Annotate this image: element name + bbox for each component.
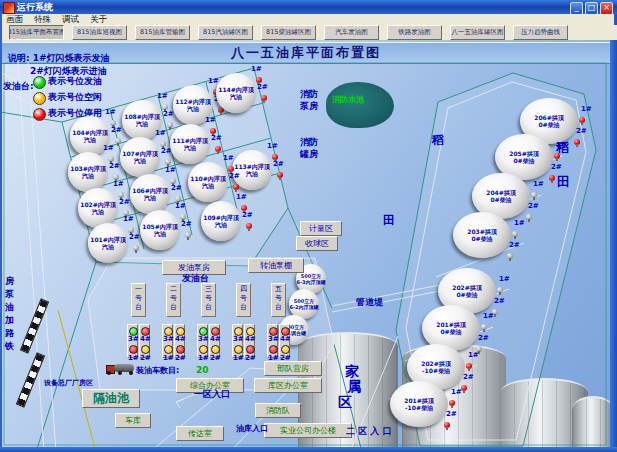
storage-tank-diesel[interactable]: 201#拱顶-10#柴油 — [390, 381, 448, 427]
tank-lamp-2-label: 2# — [171, 185, 182, 192]
map-text: 油 — [5, 303, 14, 312]
platform-lamp-label: 4# — [245, 336, 256, 343]
tank-id-label: 6-3内浮顶罐 — [296, 279, 325, 285]
tank-lamp-1-label: 1# — [155, 130, 166, 137]
storage-tank-gasoline[interactable]: 109#内浮顶汽油 — [201, 201, 241, 241]
menu-item-1[interactable]: 特殊 — [34, 14, 51, 26]
window-frame — [610, 0, 617, 452]
tank-id-label: 205#拱顶 — [509, 150, 539, 157]
tank-product-label: 0#柴油 — [513, 157, 534, 164]
toolbar-button-3[interactable]: 815汽油罐区图 — [198, 25, 253, 40]
platform-lamp — [141, 345, 150, 354]
toolbar-button-7[interactable]: 八一五油库罐区图 — [450, 25, 505, 40]
tank-product-label: 汽油 — [215, 221, 227, 228]
toolbar-button-5[interactable]: 汽车发油图 — [324, 25, 379, 40]
legend-station-label: 发油台: — [3, 80, 34, 93]
platform-lamp — [129, 345, 138, 354]
storage-tank-gasoline[interactable]: 102#内浮顶汽油 — [78, 188, 118, 228]
title-bar[interactable]: 运行系统 _ □ × — [0, 0, 617, 14]
legend-lamp-icon — [33, 76, 46, 89]
tank-lamp-1 — [449, 400, 455, 406]
legend-lamp-icon — [33, 92, 46, 105]
legend-lamp-icon — [33, 108, 46, 121]
window-title: 运行系统 — [17, 1, 53, 14]
tank-lamp-2 — [507, 253, 513, 259]
menu-item-2[interactable]: 调试 — [62, 14, 79, 26]
tank-product-label: 汽油 — [187, 105, 199, 112]
storage-tank-gasoline[interactable]: 111#内浮顶汽油 — [170, 124, 210, 164]
map-text: 田 — [383, 214, 395, 226]
tank-id-label: 106#内浮顶 — [132, 187, 168, 194]
tank-id-label: 114#内浮顶 — [218, 86, 254, 93]
tank-lamp-1-label: 1# — [267, 143, 278, 150]
map-text: 发油台 — [182, 274, 209, 283]
platform-column-4: 四号台 — [236, 283, 251, 317]
toolbar-button-1[interactable]: 815油库巡视图 — [72, 25, 127, 40]
platform-lamp-label: 3# — [128, 336, 139, 343]
storage-tank-gasoline[interactable]: 107#内浮顶汽油 — [120, 137, 160, 177]
map-text: 消防水池 — [332, 96, 364, 104]
storage-tank-gasoline[interactable]: 106#内浮顶汽油 — [130, 174, 170, 214]
window-frame — [0, 14, 2, 452]
tank-id-label: 6-2内浮顶罐 — [289, 304, 318, 310]
tank-lamp-2-label: 2# — [119, 199, 130, 206]
storage-tank-gasoline[interactable]: 105#内浮顶汽油 — [140, 210, 180, 250]
tank-lamp-2-label: 2# — [109, 163, 120, 170]
tank-product-label: 汽油 — [102, 243, 114, 250]
map-text: 消防 — [300, 90, 318, 99]
tank-id-label: 102#内浮顶 — [80, 201, 116, 208]
platform-lamp-label: 4# — [175, 336, 186, 343]
tank-lamp-1-label: 1# — [105, 109, 116, 116]
tank-lamp-2-label: 2# — [129, 234, 140, 241]
map-text: 田 — [557, 175, 570, 188]
tank-lamp-2-label: 2# — [181, 221, 192, 228]
tank-lamp-1-label: 1# — [165, 167, 176, 174]
storage-tank-gasoline[interactable]: 110#内浮顶汽油 — [188, 162, 228, 202]
tank-product-label: -10#柴油 — [405, 404, 433, 411]
tank-id-label: 204#拱顶 — [486, 189, 516, 196]
menu-item-3[interactable]: 关于 — [90, 14, 107, 26]
storage-tank-gasoline[interactable]: 101#内浮顶汽油 — [88, 223, 128, 263]
map-text: 加 — [5, 316, 14, 325]
menu-item-0[interactable]: 画面 — [6, 14, 23, 26]
tank-id-label: 113#内浮顶 — [234, 163, 270, 170]
platform-column-5: 五号台 — [271, 283, 286, 317]
toolbar-button-0[interactable]: 815油库平面布置图 — [9, 25, 64, 40]
tank-product-label: 0#柴油 — [490, 196, 511, 203]
page-title: 八一五油库平面布置图 — [231, 44, 381, 62]
tank-lamp-2 — [246, 223, 252, 229]
platform-lamp-label: 3# — [233, 336, 244, 343]
building-label: 传达室 — [176, 426, 224, 441]
tank-product-label: 汽油 — [92, 208, 104, 215]
tank-product-label: 汽油 — [84, 136, 96, 143]
tank-lamp-2 — [115, 138, 121, 144]
map-text: 稻 — [556, 141, 569, 154]
tank-id-label: 111#内浮顶 — [172, 137, 208, 144]
toolbar-button-2[interactable]: 815油库管输图 — [135, 25, 190, 40]
building-label: 车库 — [115, 413, 151, 428]
tank-lamp-2-label: 2# — [478, 335, 489, 342]
legend-item-label: 表示号位空闲 — [48, 93, 102, 102]
tank-lamp-2-label: 2# — [229, 173, 240, 180]
tank-product-label: 汽油 — [246, 170, 258, 177]
storage-tank-diesel[interactable]: 203#拱顶0#柴油 — [453, 212, 511, 258]
toolbar-button-4[interactable]: 815柴油罐区图 — [261, 25, 316, 40]
tank-lamp-1-label: 1# — [236, 194, 247, 201]
storage-tank-gasoline[interactable]: 103#内浮顶汽油 — [68, 152, 108, 192]
truck-count-value: 20 — [196, 366, 209, 375]
tank-lamp-1 — [481, 324, 487, 330]
platform-column-3: 三号台 — [201, 283, 216, 317]
tank-lamp-2 — [215, 146, 221, 152]
tank-lamp-1-label: 1# — [499, 276, 510, 283]
tank-lamp-1-label: 1# — [223, 155, 234, 162]
tank-lamp-1-label: 1# — [205, 117, 216, 124]
platform-lamp-label: 3# — [198, 336, 209, 343]
tank-lamp-2 — [444, 422, 450, 428]
building-label: 计量区 — [300, 221, 342, 236]
toolbar-button-8[interactable]: 压力趋势曲线 — [513, 25, 568, 40]
toolbar-button-6[interactable]: 铁路发油图 — [387, 25, 442, 40]
storage-tank-gasoline[interactable]: 114#内浮顶汽油 — [216, 73, 256, 113]
tank-lamp-1 — [466, 363, 472, 369]
legend-line-1: 说明: 1#灯闪烁表示发油 — [8, 52, 110, 65]
tank-id-label: 202#拱顶 — [421, 360, 451, 367]
